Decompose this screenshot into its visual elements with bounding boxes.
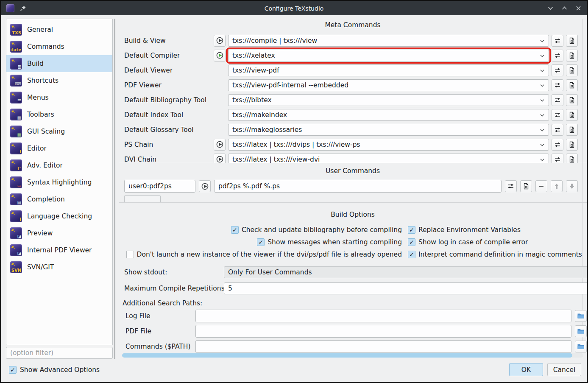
restore-default-button[interactable] (566, 64, 578, 76)
option-replace-environment-variables[interactable]: ✓Replace Environment Variables (408, 226, 587, 234)
sidebar-item-shortcuts[interactable]: ⌨Shortcuts (6, 72, 112, 89)
command-combobox[interactable]: txs:///makeindex (228, 109, 549, 121)
command-combobox[interactable]: txs:///makeglossaries (228, 124, 549, 136)
command-combobox[interactable]: txs:///latex | txs:///dvips | txs:///vie… (228, 139, 549, 151)
maximize-button[interactable] (561, 5, 568, 12)
restore-default-button[interactable] (566, 139, 578, 151)
restore-default-button[interactable] (566, 124, 578, 136)
titlebar[interactable]: Configure TeXstudio (1, 1, 587, 15)
restore-default-button[interactable] (566, 35, 578, 47)
browse-commands-path-button[interactable] (575, 341, 587, 352)
move-down-button[interactable] (566, 180, 578, 192)
configure-command-button[interactable] (552, 124, 563, 136)
sidebar-item-language-checking[interactable]: ILanguage Checking (6, 208, 112, 225)
icon-glyph: I (20, 150, 21, 154)
checkbox[interactable]: ✓ (257, 238, 265, 246)
restore-default-button[interactable] (566, 79, 578, 91)
sidebar-item-toolbars[interactable]: ▦Toolbars (6, 106, 112, 123)
run-command-button[interactable] (214, 50, 226, 62)
sidebar-item-gui-scaling[interactable]: ▦GUI Scaling (6, 123, 112, 140)
configure-command-button[interactable] (552, 94, 563, 106)
sidebar-item-completion[interactable]: ▤Completion (6, 191, 112, 208)
configure-command-button[interactable] (552, 35, 563, 47)
commands-path-input[interactable] (195, 340, 571, 353)
horizontal-scrollbar-thumb[interactable] (122, 353, 572, 358)
max-repetitions-label: Maximum Compile Repetitions: (119, 285, 224, 292)
option-show-messages-when-starting-compiling[interactable]: ✓Show messages when starting compiling (119, 238, 402, 246)
icon-glyph: ◪ (17, 235, 21, 239)
remove-user-command-button[interactable] (535, 180, 547, 192)
user-command-input[interactable] (214, 180, 502, 193)
sidebar-item-svn-git[interactable]: SVNSVN/GIT (6, 259, 112, 276)
checkbox[interactable]: ✓ (408, 226, 415, 234)
command-combobox[interactable]: txs:///bibtex (228, 94, 549, 106)
command-combobox[interactable]: txs:///view-pdf-internal --embedded (228, 79, 549, 91)
shade-button[interactable] (547, 5, 554, 12)
run-command-button[interactable] (214, 154, 226, 164)
close-icon[interactable] (575, 5, 582, 12)
show-stdout-combobox[interactable]: Only For User Commands (224, 266, 587, 278)
splitter-handle[interactable] (114, 19, 115, 359)
configure-command-button[interactable] (552, 64, 563, 76)
show-advanced-options[interactable]: ✓ Show Advanced Options (9, 366, 100, 374)
command-combobox[interactable]: txs:///xelatex (228, 50, 549, 62)
run-user-command-button[interactable] (199, 180, 211, 192)
sidebar-item-commands[interactable]: ›lateCommands (6, 38, 112, 55)
sidebar-item-menus[interactable]: ☰Menus (6, 89, 112, 106)
checkbox[interactable] (126, 251, 134, 258)
configure-command-button[interactable] (552, 50, 563, 62)
shortcuts-icon: ⌨ (10, 75, 22, 87)
combobox-value: txs:///view-pdf-internal --embedded (232, 81, 348, 89)
pin-icon[interactable] (20, 5, 26, 12)
configure-command-button[interactable] (552, 139, 563, 151)
configure-command-button[interactable] (552, 109, 563, 121)
move-up-button[interactable] (551, 180, 563, 192)
horizontal-scrollbar[interactable] (122, 353, 583, 358)
meta-row-label: Default Glossary Tool (124, 126, 211, 134)
checkbox[interactable]: ✓ (408, 238, 415, 246)
command-combobox[interactable]: txs:///view-pdf (228, 64, 549, 76)
sidebar-item-preview[interactable]: ◪Preview (6, 225, 112, 242)
option-don-t-launch-a-new-instance-of-the-viewe[interactable]: Don't launch a new instance of the viewe… (119, 251, 402, 258)
cancel-button[interactable]: Cancel (547, 363, 581, 376)
sidebar-item-general[interactable]: TXSGeneral (6, 21, 112, 38)
sidebar-item-build[interactable]: ≣Build (6, 55, 112, 72)
sidebar-item-label: Editor (27, 145, 47, 152)
option-interpret-command-definition-in-magic-co[interactable]: ✓Interpret command definition in magic c… (408, 251, 587, 258)
option-show-log-in-case-of-compile-error[interactable]: ✓Show log in case of compile error (408, 238, 587, 246)
user-command-name-input[interactable] (124, 180, 195, 193)
sidebar-item-adv-editor[interactable]: I⁺Adv. Editor (6, 157, 112, 174)
restore-default-button[interactable] (566, 109, 578, 121)
option-filter-input[interactable] (6, 347, 113, 359)
sidebar-item-syntax-highlighting[interactable]: ▭Syntax Highlighting (6, 174, 112, 191)
run-command-button[interactable] (214, 139, 226, 151)
sidebar-item-label: GUI Scaling (27, 128, 65, 135)
checkbox[interactable]: ✓ (408, 251, 415, 258)
restore-user-command-button[interactable] (520, 180, 532, 192)
restore-default-button[interactable] (566, 94, 578, 106)
checkbox[interactable]: ✓ (231, 226, 239, 234)
sidebar-item-editor[interactable]: IEditor (6, 140, 112, 157)
show-advanced-options-checkbox[interactable]: ✓ (9, 366, 17, 374)
play-slot (214, 109, 226, 121)
browse-log-file-button[interactable] (575, 310, 587, 322)
add-user-command-button-clipped[interactable] (124, 195, 161, 203)
command-combobox[interactable]: txs:///compile | txs:///view (228, 35, 549, 47)
configure-command-button[interactable] (552, 79, 563, 91)
configure-command-button[interactable] (552, 154, 563, 164)
browse-pdf-file-button[interactable] (575, 325, 587, 337)
pdf-file-input[interactable] (195, 325, 571, 338)
max-repetitions-spinbox[interactable] (224, 282, 587, 294)
restore-default-button[interactable] (566, 50, 578, 62)
svn-git-icon: SVN (10, 261, 22, 273)
run-command-button[interactable] (214, 35, 226, 47)
ok-button[interactable]: OK (509, 363, 543, 376)
command-combobox[interactable]: txs:///latex | txs:///view-dvi (228, 154, 549, 164)
configure-user-command-button[interactable] (505, 180, 517, 192)
option-check-and-update-bibliography-before-com[interactable]: ✓Check and update bibliography before co… (119, 226, 402, 234)
sidebar-item-internal-pdf-viewer[interactable]: ◪Internal PDF Viewer (6, 242, 112, 259)
combobox-value: txs:///bibtex (232, 96, 272, 104)
log-file-input[interactable] (195, 310, 571, 322)
restore-default-button[interactable] (566, 154, 578, 164)
path-label: Log File (125, 312, 192, 320)
